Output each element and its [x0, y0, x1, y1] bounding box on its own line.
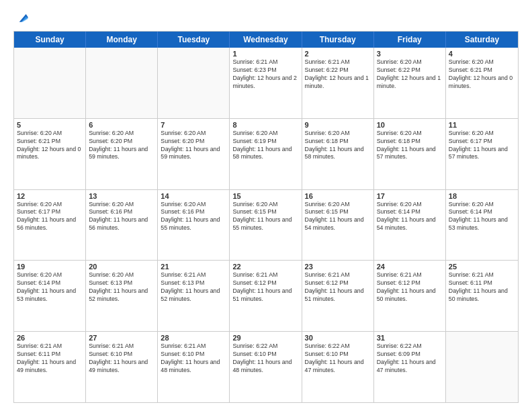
day-cell-17: 17Sunrise: 6:20 AM Sunset: 6:14 PM Dayli…	[374, 190, 446, 261]
day-number: 2	[305, 50, 371, 58]
header-day-wednesday: Wednesday	[230, 32, 302, 48]
cell-info: Sunrise: 6:20 AM Sunset: 6:21 PM Dayligh…	[449, 58, 515, 91]
cell-info: Sunrise: 6:20 AM Sunset: 6:14 PM Dayligh…	[449, 201, 515, 233]
day-cell-5: 5Sunrise: 6:20 AM Sunset: 6:21 PM Daylig…	[14, 119, 86, 189]
day-cell-30: 30Sunrise: 6:22 AM Sunset: 6:10 PM Dayli…	[302, 332, 374, 402]
logo	[13, 11, 28, 24]
cell-info: Sunrise: 6:20 AM Sunset: 6:16 PM Dayligh…	[161, 201, 226, 233]
day-cell-10: 10Sunrise: 6:20 AM Sunset: 6:18 PM Dayli…	[374, 119, 446, 189]
day-cell-19: 19Sunrise: 6:20 AM Sunset: 6:14 PM Dayli…	[14, 261, 86, 331]
day-number: 11	[449, 121, 515, 129]
page: SundayMondayTuesdayWednesdayThursdayFrid…	[0, 0, 532, 411]
day-number: 14	[161, 192, 226, 200]
calendar: SundayMondayTuesdayWednesdayThursdayFrid…	[13, 31, 519, 403]
calendar-row-5: 26Sunrise: 6:21 AM Sunset: 6:11 PM Dayli…	[14, 332, 518, 402]
empty-cell	[446, 332, 518, 402]
cell-info: Sunrise: 6:21 AM Sunset: 6:13 PM Dayligh…	[161, 271, 226, 304]
day-number: 15	[232, 192, 298, 200]
day-number: 20	[89, 263, 154, 271]
calendar-row-4: 19Sunrise: 6:20 AM Sunset: 6:14 PM Dayli…	[14, 261, 518, 332]
day-cell-12: 12Sunrise: 6:20 AM Sunset: 6:17 PM Dayli…	[14, 190, 86, 261]
cell-info: Sunrise: 6:20 AM Sunset: 6:19 PM Dayligh…	[232, 130, 298, 162]
day-cell-8: 8Sunrise: 6:20 AM Sunset: 6:19 PM Daylig…	[230, 119, 302, 189]
day-number: 24	[377, 263, 443, 271]
cell-info: Sunrise: 6:20 AM Sunset: 6:17 PM Dayligh…	[17, 201, 83, 233]
day-number: 13	[89, 192, 154, 200]
calendar-header: SundayMondayTuesdayWednesdayThursdayFrid…	[14, 32, 518, 48]
day-cell-6: 6Sunrise: 6:20 AM Sunset: 6:20 PM Daylig…	[86, 119, 158, 189]
day-cell-7: 7Sunrise: 6:20 AM Sunset: 6:20 PM Daylig…	[158, 119, 230, 189]
day-cell-9: 9Sunrise: 6:20 AM Sunset: 6:18 PM Daylig…	[302, 119, 374, 189]
day-cell-11: 11Sunrise: 6:20 AM Sunset: 6:17 PM Dayli…	[446, 119, 518, 189]
cell-info: Sunrise: 6:20 AM Sunset: 6:22 PM Dayligh…	[377, 58, 443, 91]
day-cell-26: 26Sunrise: 6:21 AM Sunset: 6:11 PM Dayli…	[14, 332, 86, 402]
day-number: 22	[232, 263, 298, 271]
cell-info: Sunrise: 6:20 AM Sunset: 6:17 PM Dayligh…	[449, 130, 515, 162]
day-number: 28	[161, 334, 226, 342]
empty-cell	[158, 48, 230, 118]
day-cell-20: 20Sunrise: 6:20 AM Sunset: 6:13 PM Dayli…	[86, 261, 158, 331]
day-number: 27	[89, 334, 154, 342]
day-number: 18	[449, 192, 515, 200]
cell-info: Sunrise: 6:21 AM Sunset: 6:11 PM Dayligh…	[449, 271, 515, 304]
calendar-row-1: 1Sunrise: 6:21 AM Sunset: 6:23 PM Daylig…	[14, 48, 518, 119]
day-cell-16: 16Sunrise: 6:20 AM Sunset: 6:15 PM Dayli…	[302, 190, 374, 261]
cell-info: Sunrise: 6:20 AM Sunset: 6:20 PM Dayligh…	[161, 130, 226, 162]
header-day-sunday: Sunday	[14, 32, 86, 48]
day-cell-4: 4Sunrise: 6:20 AM Sunset: 6:21 PM Daylig…	[446, 48, 518, 118]
cell-info: Sunrise: 6:22 AM Sunset: 6:09 PM Dayligh…	[377, 342, 443, 375]
cell-info: Sunrise: 6:22 AM Sunset: 6:10 PM Dayligh…	[305, 342, 371, 375]
cell-info: Sunrise: 6:20 AM Sunset: 6:15 PM Dayligh…	[232, 201, 298, 233]
day-number: 5	[17, 121, 83, 129]
cell-info: Sunrise: 6:21 AM Sunset: 6:23 PM Dayligh…	[232, 58, 298, 91]
cell-info: Sunrise: 6:21 AM Sunset: 6:10 PM Dayligh…	[161, 342, 226, 375]
day-number: 21	[161, 263, 226, 271]
cell-info: Sunrise: 6:21 AM Sunset: 6:11 PM Dayligh…	[17, 342, 83, 375]
day-number: 17	[377, 192, 443, 200]
cell-info: Sunrise: 6:20 AM Sunset: 6:14 PM Dayligh…	[377, 201, 443, 233]
calendar-row-3: 12Sunrise: 6:20 AM Sunset: 6:17 PM Dayli…	[14, 190, 518, 261]
day-cell-21: 21Sunrise: 6:21 AM Sunset: 6:13 PM Dayli…	[158, 261, 230, 331]
day-number: 3	[377, 50, 443, 58]
day-cell-24: 24Sunrise: 6:21 AM Sunset: 6:12 PM Dayli…	[374, 261, 446, 331]
day-cell-31: 31Sunrise: 6:22 AM Sunset: 6:09 PM Dayli…	[374, 332, 446, 402]
header-day-thursday: Thursday	[302, 32, 374, 48]
day-cell-2: 2Sunrise: 6:21 AM Sunset: 6:22 PM Daylig…	[302, 48, 374, 118]
day-number: 30	[305, 334, 371, 342]
logo-icon	[15, 11, 28, 24]
day-number: 23	[305, 263, 371, 271]
day-cell-1: 1Sunrise: 6:21 AM Sunset: 6:23 PM Daylig…	[230, 48, 302, 118]
day-number: 29	[232, 334, 298, 342]
cell-info: Sunrise: 6:22 AM Sunset: 6:10 PM Dayligh…	[232, 342, 298, 375]
day-cell-14: 14Sunrise: 6:20 AM Sunset: 6:16 PM Dayli…	[158, 190, 230, 261]
calendar-body: 1Sunrise: 6:21 AM Sunset: 6:23 PM Daylig…	[14, 48, 518, 402]
cell-info: Sunrise: 6:20 AM Sunset: 6:18 PM Dayligh…	[305, 130, 371, 162]
cell-info: Sunrise: 6:20 AM Sunset: 6:20 PM Dayligh…	[89, 130, 154, 162]
calendar-row-2: 5Sunrise: 6:20 AM Sunset: 6:21 PM Daylig…	[14, 119, 518, 190]
header-day-saturday: Saturday	[446, 32, 518, 48]
day-number: 19	[17, 263, 83, 271]
header-day-tuesday: Tuesday	[158, 32, 230, 48]
day-number: 7	[161, 121, 226, 129]
empty-cell	[14, 48, 86, 118]
day-cell-25: 25Sunrise: 6:21 AM Sunset: 6:11 PM Dayli…	[446, 261, 518, 331]
day-number: 10	[377, 121, 443, 129]
day-number: 1	[232, 50, 298, 58]
day-cell-13: 13Sunrise: 6:20 AM Sunset: 6:16 PM Dayli…	[86, 190, 158, 261]
day-number: 9	[305, 121, 371, 129]
cell-info: Sunrise: 6:20 AM Sunset: 6:15 PM Dayligh…	[305, 201, 371, 233]
day-cell-22: 22Sunrise: 6:21 AM Sunset: 6:12 PM Dayli…	[230, 261, 302, 331]
day-number: 25	[449, 263, 515, 271]
day-number: 26	[17, 334, 83, 342]
day-number: 4	[449, 50, 515, 58]
cell-info: Sunrise: 6:20 AM Sunset: 6:14 PM Dayligh…	[17, 271, 83, 304]
day-cell-28: 28Sunrise: 6:21 AM Sunset: 6:10 PM Dayli…	[158, 332, 230, 402]
day-number: 8	[232, 121, 298, 129]
day-cell-18: 18Sunrise: 6:20 AM Sunset: 6:14 PM Dayli…	[446, 190, 518, 261]
day-number: 31	[377, 334, 443, 342]
day-cell-29: 29Sunrise: 6:22 AM Sunset: 6:10 PM Dayli…	[230, 332, 302, 402]
header-day-friday: Friday	[374, 32, 446, 48]
cell-info: Sunrise: 6:21 AM Sunset: 6:10 PM Dayligh…	[89, 342, 154, 375]
cell-info: Sunrise: 6:21 AM Sunset: 6:12 PM Dayligh…	[232, 271, 298, 304]
day-cell-3: 3Sunrise: 6:20 AM Sunset: 6:22 PM Daylig…	[374, 48, 446, 118]
